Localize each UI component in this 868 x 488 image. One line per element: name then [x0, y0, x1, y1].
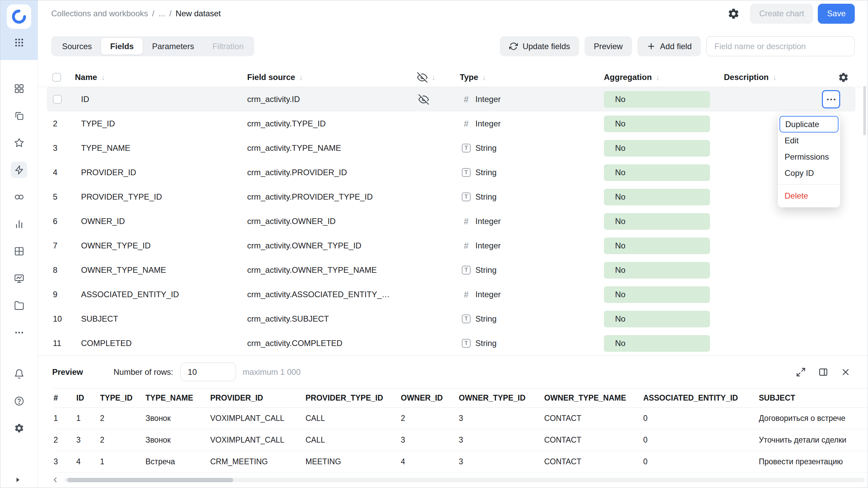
field-search-input[interactable]: [706, 36, 855, 56]
preview-cell: CRM_MEETING: [210, 451, 305, 473]
aggregation-select[interactable]: No: [604, 91, 710, 108]
aggregation-select[interactable]: No: [604, 164, 710, 181]
favorites-star-icon[interactable]: [11, 135, 27, 151]
aggregation-cell: No: [604, 209, 710, 233]
preview-cell: 3: [459, 429, 544, 451]
table-settings-button[interactable]: [838, 68, 849, 87]
field-row[interactable]: 2TYPE_IDcrm_activity.TYPE_ID#IntegerNo: [38, 111, 868, 136]
row-index: 8: [53, 258, 75, 282]
tab-sources[interactable]: Sources: [53, 38, 101, 55]
more-icon[interactable]: [11, 324, 27, 341]
add-field-button[interactable]: Add field: [637, 36, 701, 56]
menu-item-duplicate[interactable]: Duplicate: [780, 116, 839, 133]
field-row[interactable]: 4PROVIDER_IDcrm_activity.PROVIDER_IDTStr…: [38, 160, 868, 185]
save-button[interactable]: Save: [818, 4, 855, 24]
expand-preview-button[interactable]: [796, 367, 806, 377]
column-header-hidden[interactable]: ↓: [417, 68, 436, 87]
charts-icon[interactable]: [11, 216, 27, 232]
sidebar-footer: [11, 366, 27, 436]
scroll-left-button[interactable]: [51, 475, 60, 484]
aggregation-select[interactable]: No: [604, 262, 710, 279]
field-hidden-toggle[interactable]: [416, 87, 431, 111]
apps-grid-icon[interactable]: [11, 34, 27, 50]
preview-header: Preview Number of rows: maximum 1 000: [38, 356, 868, 388]
menu-item-delete[interactable]: Delete: [778, 188, 840, 204]
table-grid-icon[interactable]: [11, 243, 27, 259]
row-checkbox[interactable]: [53, 95, 62, 104]
aggregation-select[interactable]: No: [604, 140, 710, 157]
column-header-aggregation[interactable]: Aggregation↓: [604, 68, 660, 87]
field-source: crm_activity.COMPLETED: [247, 331, 342, 355]
preview-column-header: ID: [76, 388, 100, 408]
column-header-name[interactable]: Name↓: [75, 68, 105, 87]
collections-icon[interactable]: [11, 107, 27, 124]
sort-arrow-icon: ↓: [432, 73, 436, 82]
field-row[interactable]: 8OWNER_TYPE_NAMEcrm_activity.OWNER_TYPE_…: [38, 258, 868, 282]
aggregation-select[interactable]: No: [604, 116, 710, 132]
column-header-field-source[interactable]: Field source↓: [247, 68, 303, 87]
sidebar-collapse-button[interactable]: [13, 475, 22, 484]
field-row[interactable]: 5PROVIDER_TYPE_IDcrm_activity.PROVIDER_T…: [38, 185, 868, 209]
relations-icon[interactable]: [11, 189, 27, 205]
field-name: OWNER_TYPE_ID: [81, 233, 151, 258]
preview-cell: MEETING: [305, 451, 401, 473]
preview-cell: CONTACT: [544, 408, 643, 429]
field-row[interactable]: 3TYPE_NAMEcrm_activity.TYPE_NAMETStringN…: [38, 136, 868, 160]
menu-item-copy-id[interactable]: Copy ID: [778, 165, 840, 181]
row-actions-button[interactable]: [822, 90, 840, 108]
aggregation-select[interactable]: No: [604, 286, 710, 303]
datalens-logo[interactable]: [7, 4, 31, 29]
field-row[interactable]: 10SUBJECTcrm_activity.SUBJECTTStringNo: [38, 307, 868, 331]
preview-toggle-button[interactable]: Preview: [585, 36, 632, 56]
breadcrumb-separator: /: [152, 9, 154, 18]
field-row[interactable]: 11COMPLETEDcrm_activity.COMPLETEDTString…: [38, 331, 868, 355]
field-name: OWNER_ID: [81, 209, 125, 233]
sort-arrow-icon: ↓: [101, 73, 105, 82]
breadcrumb-ellipsis[interactable]: ...: [158, 9, 165, 18]
help-icon[interactable]: [11, 393, 27, 409]
field-row[interactable]: 9ASSOCIATED_ENTITY_IDcrm_activity.ASSOCI…: [38, 282, 868, 307]
preview-table-body: 112ЗвонокVOXIMPLANT_CALLCALL23CONTACT0До…: [54, 408, 868, 473]
field-row[interactable]: 7OWNER_TYPE_IDcrm_activity.OWNER_TYPE_ID…: [38, 233, 868, 258]
aggregation-select[interactable]: No: [604, 335, 710, 352]
aggregation-select[interactable]: No: [604, 213, 710, 230]
close-preview-button[interactable]: [841, 367, 851, 377]
tab-fields[interactable]: Fields: [101, 38, 143, 55]
field-source: crm_activity.TYPE_ID: [247, 111, 326, 136]
preview-toggle-label: Preview: [594, 42, 623, 51]
monitoring-icon[interactable]: [11, 270, 27, 286]
aggregation-select[interactable]: No: [604, 238, 710, 254]
field-row[interactable]: 6OWNER_IDcrm_activity.OWNER_ID#IntegerNo: [38, 209, 868, 233]
menu-item-permissions[interactable]: Permissions: [778, 149, 840, 165]
float-preview-button[interactable]: [818, 367, 828, 377]
select-all-checkbox[interactable]: [52, 73, 61, 82]
tab-parameters[interactable]: Parameters: [143, 38, 203, 55]
update-fields-button[interactable]: Update fields: [500, 36, 579, 56]
menu-divider: [778, 184, 840, 185]
settings-gear-icon[interactable]: [11, 420, 27, 436]
breadcrumb-root[interactable]: Collections and workbooks: [51, 9, 148, 18]
field-row[interactable]: IDcrm_activity.ID#IntegerNo: [38, 87, 868, 111]
preview-cell: 0: [643, 451, 759, 473]
connections-lightning-icon[interactable]: [11, 162, 27, 178]
preview-cell: 3: [54, 451, 76, 473]
widgets-icon[interactable]: [11, 80, 27, 97]
preview-cell: Уточнить детали сделки: [759, 429, 868, 451]
horizontal-scrollbar-thumb[interactable]: [67, 478, 233, 482]
preview-column-header: OWNER_TYPE_ID: [459, 388, 544, 408]
header-actions: Create chart Save: [727, 4, 855, 24]
dataset-settings-button[interactable]: [727, 7, 740, 20]
notifications-bell-icon[interactable]: [11, 366, 27, 382]
field-type-label: String: [475, 265, 497, 275]
column-header-type[interactable]: Type↓: [460, 68, 486, 87]
column-header-description[interactable]: Description↓: [724, 68, 777, 87]
rows-count-input[interactable]: [180, 363, 236, 381]
menu-item-edit[interactable]: Edit: [778, 133, 840, 149]
row-index: 10: [53, 307, 75, 331]
aggregation-select[interactable]: No: [604, 311, 710, 327]
vertical-scrollbar-thumb[interactable]: [863, 86, 866, 135]
horizontal-scrollbar-track[interactable]: [64, 478, 865, 482]
folder-icon[interactable]: [11, 297, 27, 313]
sidebar-nav: [11, 80, 27, 341]
aggregation-select[interactable]: No: [604, 189, 710, 205]
